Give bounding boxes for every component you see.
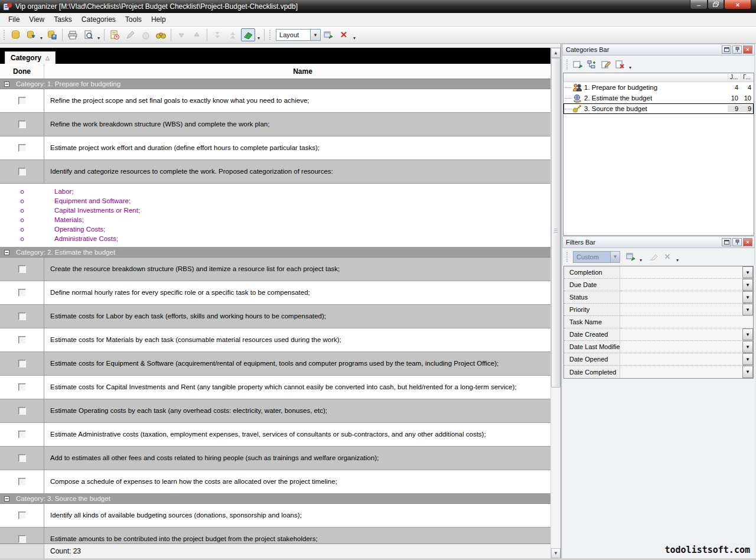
task-row[interactable]: Estimate costs for Materials by each tas… xyxy=(0,328,550,352)
move-down-button[interactable] xyxy=(174,28,188,41)
filter-dropdown-button[interactable]: ▼ xyxy=(742,304,753,315)
move-top-button[interactable] xyxy=(226,28,240,41)
task-row[interactable]: Identify and categorize resources to com… xyxy=(0,160,550,184)
task-checkbox[interactable] xyxy=(18,312,26,320)
task-checkbox[interactable] xyxy=(18,512,26,519)
task-checkbox[interactable] xyxy=(18,97,26,105)
filters-pin-button[interactable] xyxy=(732,238,742,246)
find-button[interactable] xyxy=(154,28,168,41)
task-checkbox[interactable] xyxy=(18,360,26,367)
filter-value[interactable] xyxy=(620,291,742,303)
filter-dropdown-button[interactable]: ▼ xyxy=(742,366,753,378)
tree-col-undone[interactable]: J... xyxy=(728,73,741,82)
categories-restore-button[interactable] xyxy=(722,45,731,54)
edit-task-button[interactable] xyxy=(123,28,137,41)
categories-pin-button[interactable] xyxy=(732,45,742,54)
filters-toolbar-grip[interactable] xyxy=(566,251,569,263)
menu-tools[interactable]: Tools xyxy=(120,14,146,25)
filter-dropdown-button[interactable]: ▼ xyxy=(742,353,753,365)
group-by-category-tab[interactable]: Category △ xyxy=(5,51,56,64)
filter-value[interactable] xyxy=(620,279,742,291)
scroll-up-button[interactable]: ▲ xyxy=(551,48,561,58)
filter-value[interactable] xyxy=(620,316,753,328)
move-bottom-button[interactable] xyxy=(210,28,224,41)
task-row[interactable]: Estimate costs for Equipment & Software … xyxy=(0,352,550,376)
menu-file[interactable]: File xyxy=(4,14,24,25)
filter-value[interactable] xyxy=(620,328,742,340)
task-checkbox[interactable] xyxy=(18,478,26,486)
task-row[interactable]: Define normal hourly rates for every spe… xyxy=(0,281,550,305)
vertical-scrollbar[interactable]: ▲ ▼ xyxy=(550,48,561,558)
view-mode-button[interactable] xyxy=(241,28,255,41)
edit-category-button[interactable] xyxy=(599,58,613,70)
category-row[interactable]: Category: 2. Estimate the budget xyxy=(0,248,550,258)
task-checkbox[interactable] xyxy=(18,535,26,543)
filters-restore-button[interactable] xyxy=(722,238,731,246)
menu-help[interactable]: Help xyxy=(146,14,171,25)
scroll-down-button[interactable]: ▼ xyxy=(551,548,561,558)
task-row[interactable]: Add to estimates all other fees and cost… xyxy=(0,447,550,470)
delete-category-button[interactable] xyxy=(613,58,627,70)
category-row[interactable]: Category: 3. Source the budget xyxy=(0,494,550,504)
task-row[interactable]: Estimate amounts to be contributed into … xyxy=(0,528,550,543)
filter-value[interactable] xyxy=(620,353,742,365)
task-row[interactable]: Estimate costs for Labor by each task (e… xyxy=(0,305,550,328)
new-subcategory-button[interactable] xyxy=(585,58,599,70)
task-row[interactable]: Identify all kinds of available budgetin… xyxy=(0,504,550,528)
task-checkbox[interactable] xyxy=(18,336,26,344)
column-header-name[interactable]: Name xyxy=(44,64,561,79)
filter-value[interactable] xyxy=(620,366,742,378)
delete-filter-button[interactable]: ✕ xyxy=(660,251,674,263)
category-row[interactable]: Category: 1. Prepare for budgeting xyxy=(0,79,550,89)
new-category-button[interactable] xyxy=(571,58,585,70)
category-tree-item[interactable]: 1. Prepare for budgeting 4 4 xyxy=(563,82,754,93)
apply-filter-dropdown[interactable]: ▾ xyxy=(640,258,642,265)
task-row[interactable]: Create the resource breakdown structure … xyxy=(0,258,550,281)
task-row[interactable]: Estimate costs for Capital Investments a… xyxy=(0,376,550,399)
new-database-button[interactable] xyxy=(8,28,22,41)
layout-combobox[interactable]: Layout ▼ xyxy=(276,29,321,41)
filters-close-button[interactable]: × xyxy=(743,238,752,246)
task-row[interactable]: Compose a schedule of expenses to learn … xyxy=(0,470,550,494)
print-button[interactable] xyxy=(66,28,80,41)
filter-dropdown-button[interactable]: ▼ xyxy=(742,291,753,303)
open-database-button[interactable] xyxy=(24,28,38,41)
clear-filter-button[interactable] xyxy=(646,251,660,263)
filters-toolbar-dropdown[interactable]: ▾ xyxy=(676,258,679,265)
filter-preset-combobox[interactable]: Custom ▼ xyxy=(573,251,620,263)
tree-col-total[interactable]: Г... xyxy=(741,73,754,82)
print-dropdown[interactable]: ▾ xyxy=(97,35,100,43)
minimize-button[interactable]: – xyxy=(690,0,708,9)
layout-combobox-dropdown[interactable]: ▼ xyxy=(310,30,320,40)
apply-filter-button[interactable] xyxy=(624,251,638,263)
open-database-dropdown[interactable]: ▾ xyxy=(40,35,43,43)
task-checkbox[interactable] xyxy=(18,383,26,391)
task-row[interactable]: Refine the project scope and set final g… xyxy=(0,89,550,113)
menu-categories[interactable]: Categories xyxy=(77,14,120,25)
collapse-icon[interactable] xyxy=(4,496,9,502)
task-row[interactable]: Estimate Administrative costs (taxation,… xyxy=(0,423,550,447)
column-header-done[interactable]: Done xyxy=(0,64,44,79)
task-row[interactable]: Refine the work breakdown structure (WBS… xyxy=(0,113,550,136)
collapse-icon[interactable] xyxy=(4,250,9,255)
task-checkbox[interactable] xyxy=(18,144,26,152)
task-checkbox[interactable] xyxy=(18,431,26,438)
new-task-button[interactable] xyxy=(107,28,122,41)
task-checkbox[interactable] xyxy=(18,289,26,297)
toolbar-grip[interactable] xyxy=(3,29,6,41)
scrollbar-thumb[interactable] xyxy=(551,58,561,388)
task-checkbox[interactable] xyxy=(18,265,26,273)
category-tree-item-selected[interactable]: 3. Source the budget 9 9 xyxy=(563,103,754,114)
menu-view[interactable]: View xyxy=(24,14,49,25)
toolbar-grip2[interactable] xyxy=(269,29,272,41)
save-layout-button[interactable] xyxy=(321,28,335,41)
categories-toolbar-dropdown[interactable]: ▾ xyxy=(629,65,631,73)
view-mode-dropdown[interactable]: ▾ xyxy=(258,35,260,43)
collapse-icon[interactable] xyxy=(4,82,9,87)
task-row[interactable]: Estimate project work effort and duratio… xyxy=(0,136,550,160)
categories-close-button[interactable]: × xyxy=(743,45,752,54)
filter-dropdown-button[interactable]: ▼ xyxy=(742,266,753,278)
print-preview-button[interactable] xyxy=(81,28,95,41)
filter-value[interactable] xyxy=(620,341,742,353)
save-database-button[interactable] xyxy=(45,28,59,41)
